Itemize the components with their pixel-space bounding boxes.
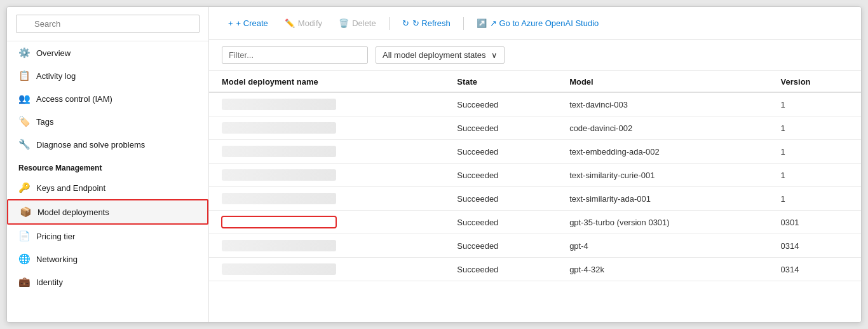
diagnose-icon: 🔧 [18,139,30,150]
table-row[interactable]: Succeeded gpt-4 0314 [209,234,861,258]
blurred-name [222,240,336,251]
blurred-name [222,99,336,110]
table-row[interactable]: Succeeded code-davinci-002 1 [209,116,861,140]
table-row[interactable]: Succeeded gpt-4-32k 0314 [209,258,861,281]
table-row[interactable]: Succeeded text-similarity-ada-001 1 [209,187,861,211]
row-state-cell: Succeeded [444,258,557,281]
activity-log-icon: 📋 [18,70,30,81]
table-row[interactable]: Succeeded gpt-35-turbo (version 0301) 03… [209,211,861,234]
sidebar-item-overview[interactable]: ⚙️ Overview [7,41,208,64]
row-state-cell: Succeeded [444,164,557,187]
toolbar-separator-2 [463,17,464,30]
row-name-cell [209,164,444,187]
sidebar-item-keys-label: Keys and Endpoint [36,183,105,193]
create-label: + Create [236,18,268,28]
go-to-studio-icon: ↗️ [477,18,487,28]
refresh-button[interactable]: ↻ ↻ Refresh [396,15,457,32]
highlighted-name [222,216,336,228]
modify-button[interactable]: ✏️ Modify [278,15,329,32]
row-version-cell: 1 [768,187,861,211]
table-area: Model deployment name State Model Versio… [209,71,861,322]
blurred-name [222,263,336,275]
identity-icon: 💼 [18,276,30,288]
sidebar-item-model-deployments[interactable]: 📦 Model deployments [7,199,208,225]
delete-icon: 🗑️ [339,18,349,28]
blurred-name [222,193,336,204]
col-header-model: Model [557,71,768,92]
modify-icon: ✏️ [285,18,295,28]
dropdown-label: All model deployment states [383,50,486,60]
refresh-icon: ↻ [402,18,409,28]
row-state-cell: Succeeded [444,116,557,140]
sidebar-nav: ⚙️ Overview 📋 Activity log 👥 Access cont… [7,41,208,293]
sidebar-item-access-control-label: Access control (IAM) [36,94,112,104]
search-input[interactable] [16,15,200,33]
resource-management-header: Resource Management [7,156,208,176]
row-name-cell [209,140,444,164]
row-version-cell: 0314 [768,258,861,281]
search-box [7,7,208,41]
row-model-cell: text-similarity-curie-001 [557,164,768,187]
row-name-cell [209,234,444,258]
delete-label: Delete [352,18,376,28]
sidebar-item-activity-log-label: Activity log [36,71,76,81]
deployment-state-dropdown[interactable]: All model deployment states ∨ [376,46,505,64]
table-row[interactable]: Succeeded text-davinci-003 1 [209,92,861,116]
refresh-label: ↻ Refresh [412,18,451,28]
blurred-name [222,122,336,134]
sidebar-item-activity-log[interactable]: 📋 Activity log [7,64,208,87]
row-name-cell-highlight [209,211,444,234]
col-header-state: State [444,71,557,92]
search-wrap [16,15,200,33]
sidebar-item-diagnose[interactable]: 🔧 Diagnose and solve problems [7,133,208,156]
sidebar-item-access-control[interactable]: 👥 Access control (IAM) [7,87,208,110]
col-header-version: Version [768,71,861,92]
sidebar-item-identity-label: Identity [36,277,63,287]
sidebar-item-networking[interactable]: 🌐 Networking [7,248,208,270]
row-version-cell: 1 [768,140,861,164]
networking-icon: 🌐 [18,253,30,265]
sidebar-item-pricing-tier-label: Pricing tier [36,232,75,241]
row-name-cell [209,92,444,116]
create-icon: + [228,18,233,28]
row-model-cell: text-similarity-ada-001 [557,187,768,211]
sidebar-item-diagnose-label: Diagnose and solve problems [36,140,145,150]
go-to-studio-button[interactable]: ↗️ ↗ Go to Azure OpenAI Studio [470,15,605,32]
table-row[interactable]: Succeeded text-embedding-ada-002 1 [209,140,861,164]
sidebar-item-tags[interactable]: 🏷️ Tags [7,110,208,133]
row-name-cell [209,258,444,281]
row-version-cell: 1 [768,116,861,140]
row-name-cell [209,116,444,140]
sidebar: ⚙️ Overview 📋 Activity log 👥 Access cont… [7,7,209,322]
row-version-cell: 1 [768,164,861,187]
row-name-cell [209,187,444,211]
pricing-tier-icon: 📄 [18,230,30,242]
sidebar-item-identity[interactable]: 💼 Identity [7,270,208,293]
table-row[interactable]: Succeeded text-similarity-curie-001 1 [209,164,861,187]
deployments-table: Model deployment name State Model Versio… [209,71,861,281]
go-to-studio-label: ↗ Go to Azure OpenAI Studio [490,18,599,28]
row-model-cell: gpt-4 [557,234,768,258]
sidebar-item-overview-label: Overview [36,48,71,58]
row-version-cell: 0314 [768,234,861,258]
filter-input[interactable] [222,46,368,64]
main-window: ⚙️ Overview 📋 Activity log 👥 Access cont… [6,6,862,323]
filter-row: All model deployment states ∨ [209,40,861,71]
row-model-cell: text-embedding-ada-002 [557,140,768,164]
table-body: Succeeded text-davinci-003 1 Succeeded c… [209,92,861,281]
row-model-cell: gpt-4-32k [557,258,768,281]
chevron-down-icon: ∨ [491,50,498,60]
toolbar-separator-1 [389,17,390,30]
modify-label: Modify [298,18,322,28]
col-header-name: Model deployment name [209,71,444,92]
sidebar-item-pricing-tier[interactable]: 📄 Pricing tier [7,225,208,248]
delete-button[interactable]: 🗑️ Delete [332,15,383,32]
sidebar-item-keys-endpoint[interactable]: 🔑 Keys and Endpoint [7,176,208,199]
blurred-name [222,169,336,181]
model-deployments-icon: 📦 [20,206,31,218]
sidebar-item-model-deployments-label: Model deployments [37,207,109,217]
sidebar-item-networking-label: Networking [36,255,78,264]
create-button[interactable]: + + Create [222,15,275,32]
main-content: + + Create ✏️ Modify 🗑️ Delete ↻ ↻ Refre… [209,7,861,322]
row-state-cell: Succeeded [444,211,557,234]
